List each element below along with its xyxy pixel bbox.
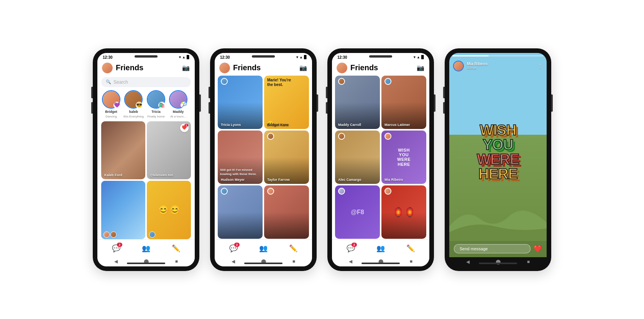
battery-icon: ▉ [421,55,424,59]
chat-badge-2: 2 [234,243,240,247]
reaction-heart-icon[interactable]: ❤️ [534,245,542,253]
story-card-redhair[interactable] [264,185,309,239]
recents-btn-3[interactable]: ■ [410,259,412,264]
phone-2-grid: Tricia Lyons Marie! You'rethe best. 😊 Br… [215,76,312,239]
home-btn-3[interactable]: ⬤ [378,259,383,264]
story-card-lanterns[interactable]: 🏮🏮 [381,185,426,239]
phone-2-status-icons: ▾ ▲ ▉ [296,55,307,59]
story-item-bridget[interactable]: 💜 Bridget Dancing [101,90,121,118]
grid-item-kaleb-ford[interactable]: Kaleb Ford [101,121,145,180]
phone-2-nav-chat[interactable]: 💬 2 [226,243,241,254]
story-more-button[interactable]: ⋮ [537,63,543,69]
phone-1-app-header: Friends 📷 [97,60,195,76]
phone-1-nav-chat[interactable]: 💬 2 [108,243,124,254]
back-btn-3[interactable]: ◀ [349,259,352,264]
phone-2-camera-icon[interactable]: 📷 [299,64,307,72]
grid-item-emoji-float[interactable]: 😊😊 [147,181,191,239]
phone-1-screen: 12:30 ▾ ▲ ▉ Friends 📷 🔍 Search [97,53,195,266]
grid-label-dog: @kilesven.ton [150,173,173,177]
back-btn[interactable]: ◀ [114,259,118,264]
phone-1-android-nav: ◀ ⬤ ■ [97,256,195,266]
story-user-time: 30min [467,66,537,70]
story-send-bar: Send message ❤️ [449,241,547,257]
story-user-avatar[interactable] [453,61,464,71]
phone-3-nav-compose[interactable]: ✏️ [403,243,418,254]
send-message-input[interactable]: Send message [454,244,531,253]
phone-1-status-bar: 12:30 ▾ ▲ ▉ [97,53,195,60]
signal-icon: ▾ [296,55,298,59]
phone-3: 12:30 ▾ ▲ ▉ Friends 📷 [327,48,434,271]
search-icon: 🔍 [106,79,111,84]
story-card-bluehair[interactable] [218,185,263,239]
phone-1-nav-compose[interactable]: ✏️ [168,243,184,254]
friends-icon-3: 👥 [376,244,385,253]
story-card-f8[interactable]: @F8 [335,185,380,239]
story-item-tricia[interactable]: 🛍️ Tricia Finally home [146,90,166,118]
recents-btn-4[interactable]: ■ [527,259,530,264]
compose-icon: ✏️ [172,244,180,253]
story-card-mia[interactable]: WISHYOUWEREHERE Mia Ribeiro [381,131,426,184]
story-card-label-maddy: Maddy Carroll [338,123,361,127]
story-card-label-marcus: Marcus Latimer [384,123,410,127]
phone-2-bottom-nav: 💬 2 👥 ✏️ [215,239,312,256]
story-card-label-alec: Alec Camargo [338,178,361,182]
story-name-bridget: Bridget [105,110,117,114]
story-item-kaleb[interactable]: 😎 kaleb 80s Everything [123,90,144,118]
phone-1-content-grid: Kaleb Ford ❤️ 1 @kilesven.ton [97,121,195,239]
phone-3-bottom-nav: 💬 2 👥 ✏️ [332,239,429,256]
back-btn-4[interactable]: ◀ [466,259,470,264]
story-item-maddy[interactable]: 🎾 Maddy At a tourn... [168,90,188,118]
phone-3-android-nav: ◀ ⬤ ■ [332,256,429,266]
grid-item-dog[interactable]: ❤️ 1 @kilesven.ton [147,121,191,180]
phone-4-story-screen: Mia Ribeiro 30min ⋮ WISH YOU WERE HERE S… [449,53,547,257]
story-card-maddy[interactable]: Maddy Carroll [335,76,380,129]
story-card-label-mia: Mia Ribeiro [384,178,403,182]
wish-line-2: YOU [477,137,519,152]
phone-2-nav-compose[interactable]: ✏️ [286,243,301,254]
story-user-info: Mia Ribeiro 30min [467,62,537,70]
story-card-hudson[interactable]: Still got it! I've missed bowling with t… [218,131,263,184]
story-card-label-tricia: Tricia Lyons [221,123,241,127]
compose-icon-3: ✏️ [406,244,415,253]
phone-2-status-bar: 12:30 ▾ ▲ ▉ [215,53,312,60]
story-sub-bridget: Dancing [105,115,117,118]
chat-badge: 2 [117,243,122,247]
home-btn-2[interactable]: ⬤ [261,259,266,264]
wifi-icon: ▲ [417,55,420,59]
story-card-taylor[interactable]: Taylor Farrow [264,131,309,184]
phone-1-title: Friends [116,63,182,72]
phone-1-camera-icon[interactable]: 📷 [182,64,190,72]
battery-icon: ▉ [304,55,307,59]
home-btn[interactable]: ⬤ [144,259,149,264]
phone-2-nav-friends[interactable]: 👥 [256,243,271,254]
story-card-alec[interactable]: Alec Camargo [335,131,380,184]
phone-3-nav-chat[interactable]: 💬 2 [343,243,358,254]
phone-1-user-avatar[interactable] [102,63,113,73]
story-card-marcus[interactable]: Marcus Latimer [381,76,426,129]
phone-2-user-avatar[interactable] [219,63,230,73]
friends-icon-2: 👥 [259,244,268,253]
phone-3-camera-icon[interactable]: 📷 [416,64,425,72]
phone-3-status-icons: ▾ ▲ ▉ [414,55,424,59]
friends-icon: 👥 [142,244,150,253]
phone-3-nav-friends[interactable]: 👥 [373,243,388,254]
back-btn-2[interactable]: ◀ [232,259,235,264]
story-card-bridget[interactable]: Marie! You'rethe best. 😊 Bridget Kane [264,76,309,129]
phone-3-screen: 12:30 ▾ ▲ ▉ Friends 📷 [332,53,429,266]
phone-2: 12:30 ▾ ▲ ▉ Friends 📷 [210,48,317,271]
home-btn-4[interactable]: ⬤ [496,259,501,264]
story-card-tricia[interactable]: Tricia Lyons [218,76,263,129]
phone-4-android-nav: ◀ ⬤ ■ [449,257,547,266]
phone-2-title: Friends [233,63,299,72]
battery-icon: ▉ [187,55,189,59]
phone-3-status-bar: 12:30 ▾ ▲ ▉ [332,53,429,60]
story-progress-bar [452,55,544,56]
recents-btn[interactable]: ■ [175,259,178,264]
story-name-tricia: Tricia [151,110,161,114]
grid-item-blue-wave[interactable] [101,181,145,239]
phone-1-nav-friends[interactable]: 👥 [138,243,154,254]
phone-3-user-avatar[interactable] [337,63,347,73]
phone-1-search-bar[interactable]: 🔍 Search [101,77,191,87]
phone-1-time: 12:30 [103,55,113,60]
recents-btn-2[interactable]: ■ [292,259,295,264]
